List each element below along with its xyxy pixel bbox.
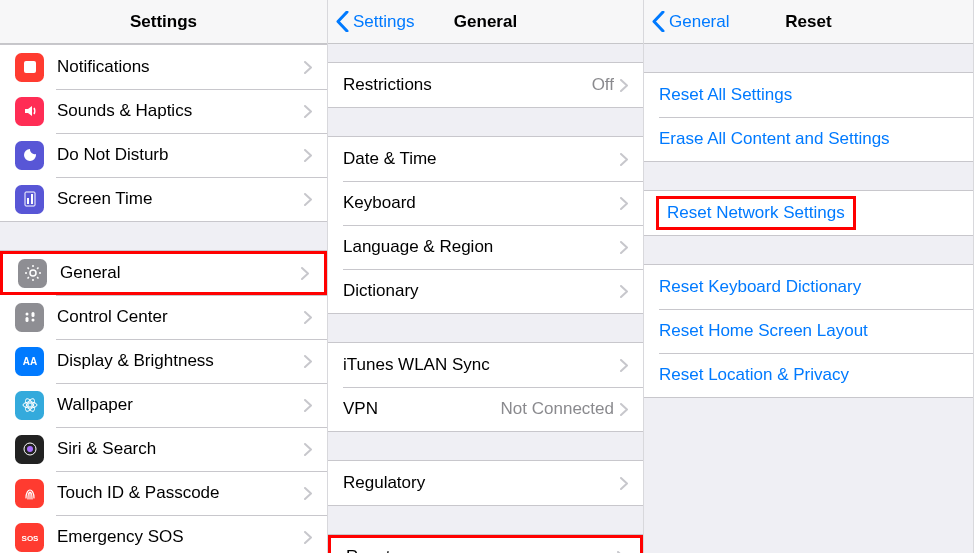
row-label: Reset Keyboard Dictionary [659,277,958,297]
chevron-right-icon [620,197,628,210]
settings-row-notifications[interactable]: Notifications [0,45,327,89]
chevron-left-icon [336,11,349,32]
chevron-right-icon [620,403,628,416]
settings-row-siri-search[interactable]: Siri & Search [0,427,327,471]
svg-text:AA: AA [22,356,36,367]
sounds-icon [15,97,44,126]
reset-row-erase-all-content-and-settings[interactable]: Erase All Content and Settings [644,117,973,161]
controlcenter-icon [15,303,44,332]
navbar-reset: General Reset [644,0,973,44]
wallpaper-icon [15,391,44,420]
general-row-dictionary[interactable]: Dictionary [328,269,643,313]
notifications-icon [15,53,44,82]
settings-row-screen-time[interactable]: Screen Time [0,177,327,221]
svg-point-13 [27,446,33,452]
spacer [328,432,643,460]
svg-rect-0 [24,61,36,73]
svg-point-8 [28,403,32,407]
row-label: Reset Location & Privacy [659,365,958,385]
navbar-settings: Settings [0,0,327,44]
reset-row-reset-keyboard-dictionary[interactable]: Reset Keyboard Dictionary [644,265,973,309]
row-label: Reset Network Settings [667,203,845,222]
svg-point-2 [30,270,36,276]
settings-row-do-not-disturb[interactable]: Do Not Disturb [0,133,327,177]
row-label: Date & Time [343,149,620,169]
chevron-left-icon [652,11,665,32]
chevron-right-icon [620,285,628,298]
back-to-settings[interactable]: Settings [336,11,414,32]
chevron-right-icon [620,477,628,490]
row-label: Keyboard [343,193,620,213]
reset-row-reset-network-settings[interactable]: Reset Network Settings [644,191,973,235]
settings-row-sounds-haptics[interactable]: Sounds & Haptics [0,89,327,133]
reset-row-reset-home-screen-layout[interactable]: Reset Home Screen Layout [644,309,973,353]
back-to-general[interactable]: General [652,11,729,32]
row-label: Do Not Disturb [57,145,304,165]
back-label: Settings [353,12,414,32]
row-label: Emergency SOS [57,527,304,547]
navbar-general: Settings General [328,0,643,44]
spacer [328,108,643,136]
row-label: Control Center [57,307,304,327]
chevron-right-icon [620,79,628,92]
general-row-keyboard[interactable]: Keyboard [328,181,643,225]
spacer [644,162,973,190]
spacer [328,506,643,534]
chevron-right-icon [301,267,309,280]
svg-point-5 [31,319,34,322]
row-label: Regulatory [343,473,620,493]
chevron-right-icon [620,241,628,254]
general-row-itunes-wlan-sync[interactable]: iTunes WLAN Sync [328,343,643,387]
reset-list: Reset All Settings Erase All Content and… [644,44,973,553]
highlight-box: Reset Network Settings [656,196,856,230]
chevron-right-icon [620,359,628,372]
chevron-right-icon [304,193,312,206]
svg-rect-1 [25,192,35,206]
general-row-restrictions[interactable]: Restrictions Off [328,63,643,107]
row-label: Sounds & Haptics [57,101,304,121]
sos-icon: SOS [15,523,44,552]
settings-row-emergency-sos[interactable]: SOS Emergency SOS [0,515,327,553]
svg-text:SOS: SOS [21,534,38,543]
row-label: Reset All Settings [659,85,958,105]
row-label: Touch ID & Passcode [57,483,304,503]
settings-row-touch-id-passcode[interactable]: Touch ID & Passcode [0,471,327,515]
row-detail: Not Connected [501,399,614,419]
general-row-regulatory[interactable]: Regulatory [328,461,643,505]
nav-title: Settings [0,12,327,32]
screentime-icon [15,185,44,214]
dnd-icon [15,141,44,170]
siri-icon [15,435,44,464]
svg-point-3 [25,313,28,316]
general-row-vpn[interactable]: VPN Not Connected [328,387,643,431]
reset-row-reset-location-privacy[interactable]: Reset Location & Privacy [644,353,973,397]
reset-row-reset-all-settings[interactable]: Reset All Settings [644,73,973,117]
general-row-reset[interactable]: Reset [328,535,643,553]
svg-rect-4 [25,317,28,322]
settings-row-general[interactable]: General [0,251,327,295]
back-label: General [669,12,729,32]
row-label: Restrictions [343,75,592,95]
settings-row-control-center[interactable]: Control Center [0,295,327,339]
chevron-right-icon [304,355,312,368]
row-label: Erase All Content and Settings [659,129,958,149]
chevron-right-icon [304,487,312,500]
row-label: Dictionary [343,281,620,301]
general-row-language-region[interactable]: Language & Region [328,225,643,269]
general-list: Restrictions Off Date & Time Keyboard La… [328,44,643,553]
settings-row-wallpaper[interactable]: Wallpaper [0,383,327,427]
spacer [328,314,643,342]
spacer [0,222,327,250]
reset-panel: General Reset Reset All Settings Erase A… [644,0,974,553]
row-label: Reset [346,547,617,553]
settings-row-display-brightness[interactable]: AA Display & Brightness [0,339,327,383]
general-icon [18,259,47,288]
chevron-right-icon [304,149,312,162]
chevron-right-icon [304,443,312,456]
spacer [644,398,973,553]
general-row-date-time[interactable]: Date & Time [328,137,643,181]
svg-rect-6 [31,312,34,317]
row-label: Reset Home Screen Layout [659,321,958,341]
row-label: Siri & Search [57,439,304,459]
row-detail: Off [592,75,614,95]
